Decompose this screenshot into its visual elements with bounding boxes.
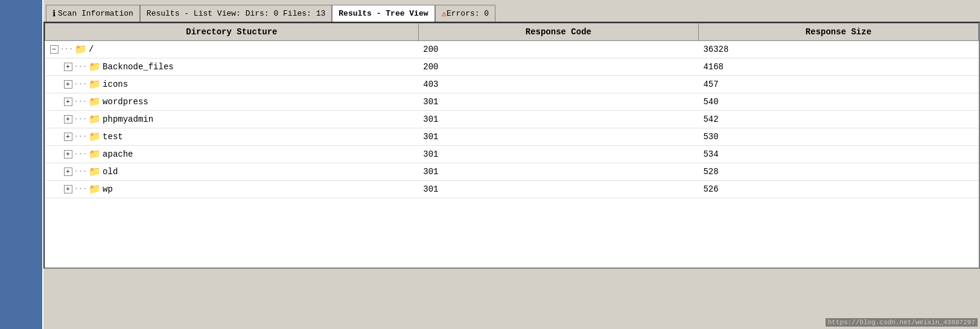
main-panel: ℹ Scan Information Results - List View: … [42, 0, 980, 329]
watermark: https://blog.csdn.net/weixin_43697297 [826, 318, 978, 327]
tab-list-view-label: Results - List View: Dirs: 0 Files: 13 [147, 9, 325, 18]
tree-lines: ··· [74, 150, 88, 158]
expand-box[interactable]: − [50, 45, 59, 54]
warning-icon: ⚠ [442, 8, 447, 19]
dir-cell: +···📁wp [45, 181, 419, 198]
left-sidebar [0, 0, 42, 329]
folder-icon: 📁 [75, 43, 87, 55]
tab-list-view[interactable]: Results - List View: Dirs: 0 Files: 13 [140, 5, 332, 22]
response-code-cell: 301 [418, 128, 698, 146]
table-row: +···📁Backnode_files2004168 [45, 58, 979, 76]
info-icon: ℹ [52, 8, 56, 19]
dir-cell: −···📁/ [45, 41, 419, 58]
folder-icon: 📁 [89, 96, 101, 108]
folder-icon: 📁 [89, 131, 101, 143]
dir-cell: +···📁Backnode_files [45, 58, 419, 76]
col-response-size: Response Size [698, 24, 978, 41]
node-label: wordpress [103, 97, 148, 107]
response-code-cell: 301 [418, 93, 698, 111]
node-label: wp [103, 184, 113, 194]
dir-cell: +···📁phpmyadmin [45, 111, 419, 128]
col-response-code: Response Code [418, 24, 698, 41]
dir-cell: +···📁icons [45, 76, 419, 93]
response-size-cell: 540 [698, 93, 978, 111]
folder-icon: 📁 [89, 148, 101, 160]
tab-errors[interactable]: ⚠ Errors: 0 [435, 5, 496, 22]
dir-cell: +···📁wordpress [45, 93, 419, 111]
node-label: test [103, 132, 123, 142]
table-row: +···📁icons403457 [45, 76, 979, 93]
table-row: +···📁phpmyadmin301542 [45, 111, 979, 128]
response-size-cell: 534 [698, 146, 978, 163]
folder-icon: 📁 [89, 113, 101, 125]
table-row: +···📁old301528 [45, 163, 979, 181]
dir-cell: +···📁old [45, 163, 419, 181]
folder-icon: 📁 [89, 183, 101, 195]
tree-lines: ··· [74, 98, 88, 106]
response-size-cell: 4168 [698, 58, 978, 76]
col-dir-structure: Directory Stucture [45, 24, 419, 41]
node-label: Backnode_files [103, 62, 174, 72]
expand-box[interactable]: + [64, 150, 72, 158]
response-size-cell: 542 [698, 111, 978, 128]
response-size-cell: 457 [698, 76, 978, 93]
table-header-row: Directory Stucture Response Code Respons… [45, 24, 979, 41]
node-label: / [89, 45, 94, 54]
response-code-cell: 403 [418, 76, 698, 93]
tab-tree-view[interactable]: Results - Tree View [332, 5, 434, 22]
node-label: apache [103, 149, 133, 159]
folder-icon: 📁 [89, 61, 101, 73]
tree-lines: ··· [74, 133, 88, 141]
node-label: old [103, 167, 118, 177]
response-size-cell: 36328 [698, 41, 978, 58]
tab-tree-view-label: Results - Tree View [339, 9, 428, 18]
response-code-cell: 301 [418, 163, 698, 181]
response-code-cell: 200 [418, 58, 698, 76]
table-row: +···📁test301530 [45, 128, 979, 146]
tab-errors-label: Errors: 0 [447, 9, 489, 18]
table-row: +···📁wp301526 [45, 181, 979, 198]
table-row: +···📁wordpress301540 [45, 93, 979, 111]
tree-lines: ··· [74, 185, 88, 193]
expand-box[interactable]: + [64, 80, 72, 89]
expand-box[interactable]: + [64, 133, 72, 141]
response-size-cell: 528 [698, 163, 978, 181]
expand-box[interactable]: + [64, 168, 72, 176]
response-size-cell: 530 [698, 128, 978, 146]
tree-lines: ··· [60, 45, 74, 54]
response-code-cell: 301 [418, 181, 698, 198]
dir-cell: +···📁apache [45, 146, 419, 163]
response-code-cell: 200 [418, 41, 698, 58]
tree-lines: ··· [74, 115, 88, 124]
table-row: +···📁apache301534 [45, 146, 979, 163]
dir-cell: +···📁test [45, 128, 419, 146]
tab-bar: ℹ Scan Information Results - List View: … [43, 0, 980, 22]
results-table: Directory Stucture Response Code Respons… [45, 23, 979, 198]
node-label: icons [103, 80, 128, 89]
expand-box[interactable]: + [64, 63, 72, 71]
response-code-cell: 301 [418, 111, 698, 128]
expand-box[interactable]: + [64, 98, 72, 106]
response-size-cell: 526 [698, 181, 978, 198]
table-row: −···📁/20036328 [45, 41, 979, 58]
folder-icon: 📁 [89, 166, 101, 178]
tree-lines: ··· [74, 63, 88, 71]
tree-lines: ··· [74, 168, 88, 176]
tab-scan-info[interactable]: ℹ Scan Information [46, 5, 140, 22]
folder-icon: 📁 [89, 78, 101, 90]
expand-box[interactable]: + [64, 185, 72, 193]
response-code-cell: 301 [418, 146, 698, 163]
results-table-container: Directory Stucture Response Code Respons… [43, 22, 980, 269]
tree-lines: ··· [74, 80, 88, 89]
node-label: phpmyadmin [103, 114, 153, 124]
expand-box[interactable]: + [64, 115, 72, 124]
tab-scan-info-label: Scan Information [58, 9, 133, 18]
